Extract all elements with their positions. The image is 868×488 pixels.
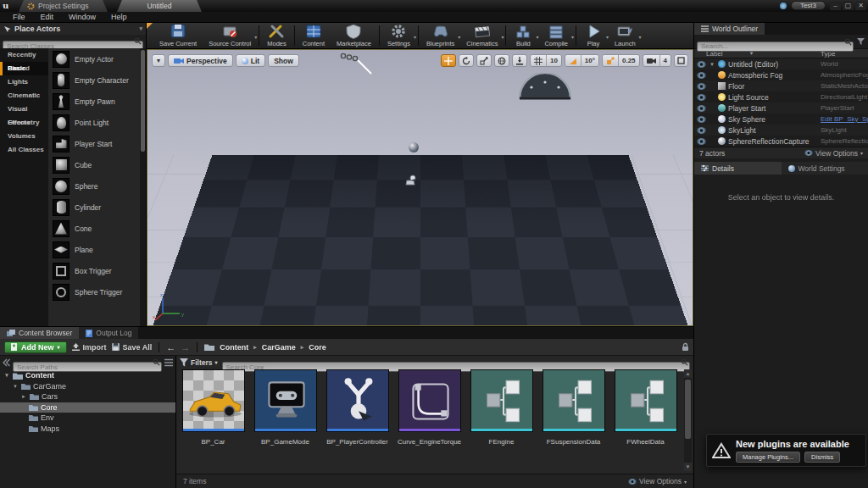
category-basic[interactable]: Basic — [0, 62, 48, 75]
list-item-player-start[interactable]: Player Start — [48, 133, 146, 154]
tab-output-log[interactable]: Output Log — [79, 327, 138, 339]
list-item-sphere-trigger[interactable]: Sphere Trigger — [48, 281, 146, 302]
coordinate-system-button[interactable] — [494, 54, 509, 67]
save-current-button[interactable]: Save Current — [153, 24, 203, 47]
outliner-row-atmospheric-fog[interactable]: Atmospheric FogAtmosphericFog — [694, 69, 868, 80]
visibility-eye-icon[interactable] — [697, 138, 706, 145]
outliner-search-input[interactable] — [697, 42, 854, 52]
asset-tile-fsuspensiondata[interactable]: FSuspensionData — [540, 369, 607, 446]
dismiss-button[interactable]: Dismiss — [804, 452, 840, 463]
translate-tool-button[interactable] — [441, 54, 456, 67]
grid-snap-toggle[interactable] — [531, 55, 546, 66]
category-all-classes[interactable]: All Classes — [0, 143, 48, 157]
outliner-row-floor[interactable]: FloorStaticMeshActor — [694, 80, 868, 92]
sources-list-icon[interactable] — [164, 358, 173, 367]
visibility-eye-icon[interactable] — [697, 72, 706, 79]
menu-edit[interactable]: Edit — [33, 13, 62, 21]
breadcrumb-content[interactable]: Content — [220, 343, 248, 352]
asset-scrollbar[interactable]: ▲ ▼ — [684, 369, 692, 471]
visibility-eye-icon[interactable] — [697, 105, 706, 112]
back-button[interactable]: ← — [166, 342, 175, 352]
list-item-box-trigger[interactable]: Box Trigger — [48, 260, 146, 281]
level-viewport[interactable]: ▾ Perspective Lit Show — [147, 49, 693, 326]
outliner-row-skylight[interactable]: SkyLightSkyLight — [694, 125, 868, 136]
add-new-button[interactable]: Add New ▾ — [4, 341, 67, 353]
marketplace-button[interactable]: Marketplace — [331, 24, 377, 47]
list-item-cube[interactable]: Cube — [48, 154, 146, 175]
perspective-button[interactable]: Perspective — [168, 54, 233, 67]
outliner-filter-icon[interactable] — [856, 37, 865, 46]
forward-button[interactable]: → — [181, 342, 190, 352]
compile-button[interactable]: Compile▾ — [538, 24, 574, 47]
scale-snap-value[interactable]: 0.25 — [618, 55, 639, 66]
category-cinematic[interactable]: Cinematic — [0, 89, 48, 103]
blueprints-button[interactable]: Blueprints▾ — [420, 24, 460, 47]
tree-row-env[interactable]: Env — [0, 413, 175, 424]
cb-view-options-button[interactable]: View Options ▾ — [628, 477, 687, 485]
list-item-cone[interactable]: Cone — [48, 218, 146, 239]
breadcrumb-cargame[interactable]: CarGame — [262, 343, 296, 352]
modes-button[interactable]: Modes — [261, 24, 292, 47]
visibility-eye-icon[interactable] — [697, 61, 706, 68]
tab-untitled[interactable]: Untitled — [117, 0, 202, 12]
filters-button[interactable]: Filters ▾ — [180, 358, 218, 367]
grid-snap-value[interactable]: 10 — [546, 55, 561, 66]
menu-help[interactable]: Help — [103, 13, 135, 21]
scale-snap-toggle[interactable] — [603, 55, 618, 66]
scale-tool-button[interactable] — [476, 54, 492, 67]
content-button[interactable]: Content — [297, 24, 331, 47]
player-start-gizmo[interactable] — [404, 174, 418, 187]
edit-blueprint-link[interactable]: Edit BP_Sky_Sph — [821, 115, 868, 123]
play-button[interactable]: Play▾ — [578, 24, 609, 47]
place-actors-search[interactable] — [3, 36, 143, 47]
tree-row-cargame[interactable]: ▾CarGame — [0, 381, 175, 392]
category-volumes[interactable]: Volumes — [0, 130, 48, 143]
list-item-empty-character[interactable]: Empty Character — [48, 69, 146, 91]
outliner-search[interactable] — [697, 36, 854, 47]
scrollbar-thumb[interactable] — [141, 50, 145, 152]
category-lights[interactable]: Lights — [0, 75, 48, 89]
category-geometry[interactable]: Geometry — [0, 116, 48, 130]
manage-plugins-button[interactable]: Manage Plugins... — [736, 452, 800, 463]
list-item-empty-pawn[interactable]: Empty Pawn — [48, 91, 146, 112]
rotation-snap-value[interactable]: 10° — [581, 55, 598, 66]
outliner-row-sphere-reflection[interactable]: SphereReflectionCaptureSphereReflectionC — [694, 136, 868, 147]
sphere-mesh[interactable] — [409, 142, 419, 152]
outliner-row-light-source[interactable]: Light SourceDirectionalLight — [694, 92, 868, 103]
show-button[interactable]: Show — [268, 54, 299, 67]
tab-world-outliner[interactable]: World Outliner — [694, 23, 765, 35]
scrollbar-track[interactable] — [140, 48, 146, 326]
feedback-icon[interactable] — [780, 3, 787, 9]
rotate-tool-button[interactable] — [459, 54, 474, 67]
build-button[interactable]: Build▾ — [508, 24, 538, 47]
gauge-mesh[interactable] — [518, 73, 572, 100]
visibility-eye-icon[interactable] — [697, 127, 706, 134]
source-control-button[interactable]: Source Control▾ — [203, 24, 257, 47]
save-all-button[interactable]: Save All — [112, 343, 153, 352]
camera-speed-value[interactable]: 4 — [659, 55, 670, 66]
outliner-row-player-start[interactable]: Player StartPlayerStart — [694, 103, 868, 114]
lit-mode-button[interactable]: Lit — [236, 54, 265, 67]
camera-speed-button[interactable] — [643, 55, 659, 66]
lock-icon[interactable] — [682, 342, 689, 352]
viewport-options-button[interactable]: ▾ — [152, 54, 165, 67]
scrollbar-thumb[interactable] — [685, 380, 691, 439]
minimize-button[interactable]: – — [830, 1, 841, 10]
surface-snapping-button[interactable] — [512, 54, 527, 67]
category-recently-placed[interactable]: Recently Placed — [0, 48, 48, 62]
list-item-sphere[interactable]: Sphere — [48, 175, 146, 197]
outliner-row-untitled[interactable]: ▾Untitled (Editor)World — [694, 58, 868, 69]
category-visual-effects[interactable]: Visual Effects — [0, 103, 48, 116]
search-paths-input[interactable] — [13, 362, 162, 372]
asset-tile-bp-gamemode[interactable]: BP_GameMode — [252, 369, 319, 446]
visibility-eye-icon[interactable] — [697, 94, 706, 101]
maximize-viewport-button[interactable] — [674, 54, 688, 67]
visibility-eye-icon[interactable] — [697, 116, 706, 123]
tree-row-cars[interactable]: ▸Cars — [0, 391, 175, 402]
tree-row-maps[interactable]: Maps — [0, 424, 175, 435]
asset-tile-curve-enginetorque[interactable]: Curve_EngineTorque — [396, 369, 463, 446]
cinematics-button[interactable]: Cinematics▾ — [460, 24, 504, 47]
settings-button[interactable]: Settings▾ — [381, 24, 416, 47]
asset-tile-fwheeldata[interactable]: FWheelData — [612, 369, 679, 446]
list-item-plane[interactable]: Plane — [48, 239, 146, 260]
